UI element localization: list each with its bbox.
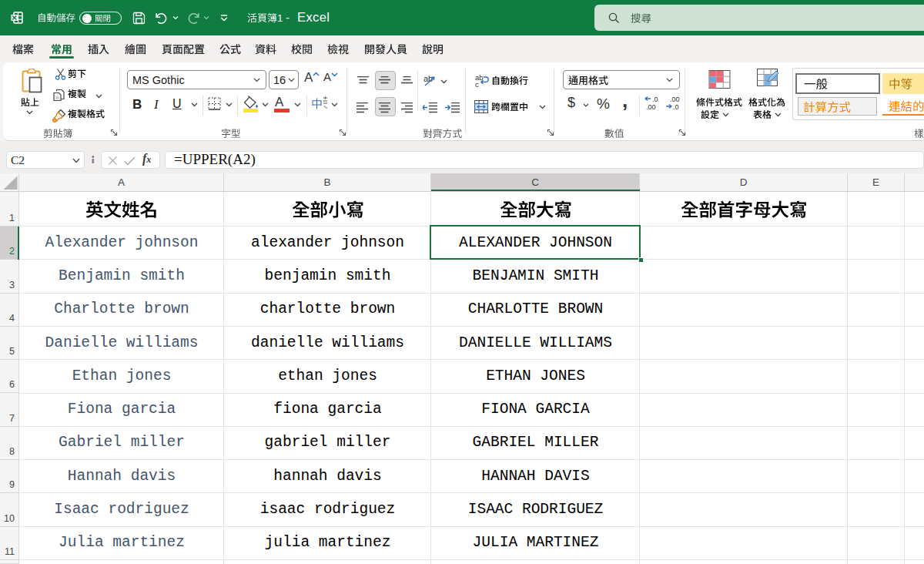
svg-text:1: 1 <box>277 12 283 24</box>
svg-text:.0: .0 <box>652 96 658 103</box>
svg-text:.0: .0 <box>673 103 679 111</box>
svg-text:.00: .00 <box>646 103 656 111</box>
svg-text:c: c <box>475 80 479 89</box>
svg-text:.00: .00 <box>670 96 680 103</box>
svg-text:ab: ab <box>424 74 433 83</box>
